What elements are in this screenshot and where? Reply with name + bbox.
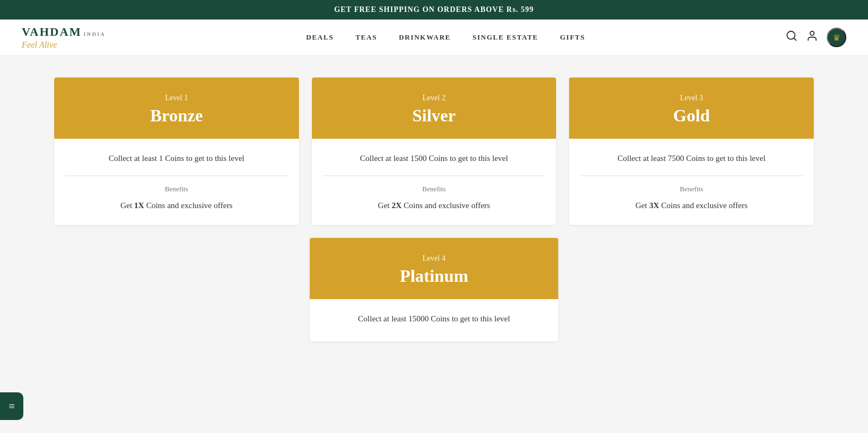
logo: VAHDAM INDIA Feel Alive	[22, 25, 106, 50]
bronze-label: Level 1	[65, 94, 288, 102]
nav-drinkware[interactable]: DRINKWARE	[399, 33, 451, 42]
gold-benefits-post: Coins and exclusive offers	[659, 201, 748, 210]
bronze-body: Collect at least 1 Coins to get to this …	[54, 139, 299, 225]
nav-single-estate[interactable]: SINGLE ESTATE	[473, 33, 538, 42]
header: VAHDAM INDIA Feel Alive DEALS TEAS DRINK…	[0, 20, 868, 56]
svg-point-2	[810, 31, 814, 35]
bronze-multiplier: 1X	[134, 201, 144, 210]
bronze-name: Bronze	[65, 106, 288, 126]
nav-teas[interactable]: TEAS	[355, 33, 377, 42]
top-banner: GET FREE SHIPPING ON ORDERS ABOVE Rs. 59…	[0, 0, 868, 20]
silver-benefits-post: Coins and exclusive offers	[401, 201, 490, 210]
silver-name: Silver	[323, 106, 546, 126]
gold-divider	[580, 176, 803, 176]
main-content: Level 1 Bronze Collect at least 1 Coins …	[0, 56, 868, 363]
platinum-header: Level 4 Platinum	[310, 238, 559, 299]
bronze-benefits-label: Benefits	[65, 185, 288, 193]
platinum-card: Level 4 Platinum Collect at least 15000 …	[310, 238, 559, 341]
header-icons: ♛	[786, 28, 846, 47]
bronze-benefits-post: Coins and exclusive offers	[144, 201, 233, 210]
crown-icon: ♛	[833, 33, 840, 43]
brand-tagline: Feel Alive	[22, 40, 57, 50]
gold-benefits-label: Benefits	[580, 185, 803, 193]
main-nav: DEALS TEAS DRINKWARE SINGLE ESTATE GIFTS	[306, 33, 585, 42]
account-button[interactable]	[806, 30, 818, 45]
platinum-name: Platinum	[321, 266, 548, 286]
gold-multiplier: 3X	[649, 201, 659, 210]
bronze-collect-text: Collect at least 1 Coins to get to this …	[65, 152, 288, 165]
silver-divider	[323, 176, 546, 176]
bronze-card: Level 1 Bronze Collect at least 1 Coins …	[54, 77, 299, 225]
gold-name: Gold	[580, 106, 803, 126]
platinum-label: Level 4	[321, 254, 548, 263]
gold-header: Level 3 Gold	[569, 77, 814, 139]
gold-card: Level 3 Gold Collect at least 7500 Coins…	[569, 77, 814, 225]
nav-deals[interactable]: DEALS	[306, 33, 334, 42]
banner-text: GET FREE SHIPPING ON ORDERS ABOVE Rs. 59…	[334, 5, 534, 14]
silver-benefits-text: Get 2X Coins and exclusive offers	[323, 199, 546, 212]
platinum-body: Collect at least 15000 Coins to get to t…	[310, 299, 559, 341]
gold-label: Level 3	[580, 94, 803, 102]
bottom-row: Level 4 Platinum Collect at least 15000 …	[54, 238, 814, 341]
bronze-header: Level 1 Bronze	[54, 77, 299, 139]
silver-card: Level 2 Silver Collect at least 1500 Coi…	[312, 77, 557, 225]
nav-gifts[interactable]: GIFTS	[560, 33, 585, 42]
gold-collect-text: Collect at least 7500 Coins to get to th…	[580, 152, 803, 165]
bronze-benefits-pre: Get	[120, 201, 134, 210]
svg-line-1	[794, 38, 796, 40]
brand-name: VAHDAM	[22, 25, 82, 39]
bronze-divider	[65, 176, 288, 176]
levels-grid: Level 1 Bronze Collect at least 1 Coins …	[54, 77, 814, 225]
silver-benefits-pre: Get	[378, 201, 392, 210]
silver-benefits-label: Benefits	[323, 185, 546, 193]
bronze-benefits-text: Get 1X Coins and exclusive offers	[65, 199, 288, 212]
silver-collect-text: Collect at least 1500 Coins to get to th…	[323, 152, 546, 165]
silver-body: Collect at least 1500 Coins to get to th…	[312, 139, 557, 225]
gold-benefits-pre: Get	[635, 201, 649, 210]
silver-header: Level 2 Silver	[312, 77, 557, 139]
gold-benefits-text: Get 3X Coins and exclusive offers	[580, 199, 803, 212]
silver-label: Level 2	[323, 94, 546, 102]
brand-india: INDIA	[84, 31, 106, 37]
platinum-collect-text: Collect at least 15000 Coins to get to t…	[321, 312, 548, 325]
gold-body: Collect at least 7500 Coins to get to th…	[569, 139, 814, 225]
silver-multiplier: 2X	[392, 201, 401, 210]
rewards-button[interactable]: ♛	[827, 28, 846, 47]
search-button[interactable]	[786, 30, 797, 45]
